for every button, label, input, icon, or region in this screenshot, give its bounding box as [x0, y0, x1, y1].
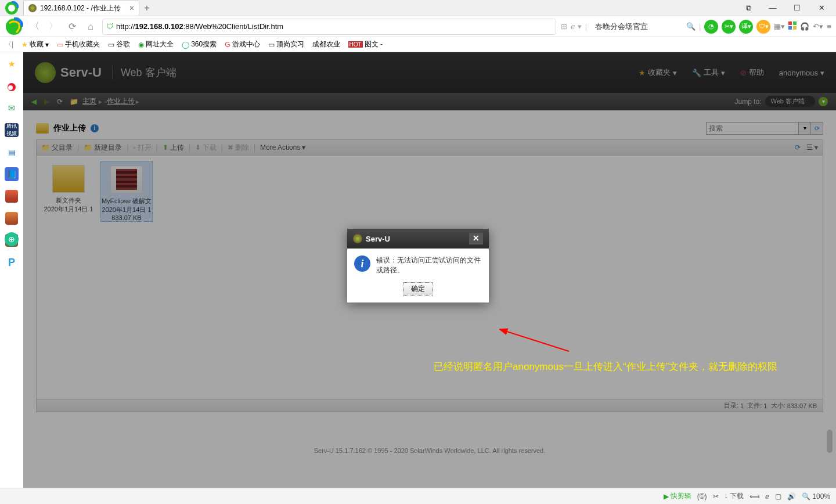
- status-clip[interactable]: ▶ 快剪辑: [664, 491, 691, 501]
- sb-star-icon[interactable]: ★: [5, 57, 19, 71]
- close-window-button[interactable]: ✕: [812, 3, 831, 12]
- status-zoom[interactable]: 🔍 100%: [802, 492, 830, 501]
- sb-p-icon[interactable]: P: [5, 255, 19, 269]
- sb-app2-icon[interactable]: 📘: [5, 167, 19, 181]
- search-icon[interactable]: 🔍: [686, 22, 696, 31]
- dialog-titlebar[interactable]: Serv-U ✕: [347, 229, 489, 249]
- svg-rect-6: [793, 26, 797, 30]
- forward-button[interactable]: 〉: [46, 20, 60, 34]
- status-sound-icon[interactable]: 🔊: [787, 492, 796, 501]
- annotation-arrow: [499, 325, 575, 360]
- back-button[interactable]: 〈: [28, 20, 42, 34]
- qr-icon[interactable]: ⊞: [561, 22, 567, 31]
- minimize-button[interactable]: —: [763, 3, 783, 12]
- bm-expand-left[interactable]: 〈|: [5, 39, 13, 49]
- undo-icon[interactable]: ↶▾: [813, 22, 823, 31]
- translate-icon[interactable]: 译▾: [739, 20, 753, 34]
- bm-chengdu[interactable]: 成都农业: [312, 39, 340, 49]
- url-prefix: http://: [116, 22, 135, 31]
- home-button[interactable]: ⌂: [84, 20, 98, 34]
- browser-e-icon[interactable]: ℯ ▾: [571, 22, 582, 31]
- svg-rect-3: [788, 21, 792, 25]
- tab-close-icon[interactable]: ×: [129, 3, 134, 13]
- menu-icon[interactable]: ≡: [827, 22, 831, 31]
- bm-mobile[interactable]: ▭手机收藏夹: [57, 39, 100, 49]
- left-sidebar: ★ ✉ 腾讯视频 ▤ 📘 P ⊕: [0, 52, 23, 269]
- dialog-info-icon: i: [354, 255, 370, 272]
- browser-status-bar: ▶ 快剪辑 (©) ✂ ↓ 下载 ⟽ ℯ ▢ 🔊 🔍 100%: [0, 488, 836, 504]
- sb-game2-icon[interactable]: [5, 211, 19, 225]
- new-tab-button[interactable]: +: [139, 3, 154, 13]
- tab-bar: 192.168.0.102 - /作业上传 × + ⧉ — ☐ ✕: [0, 0, 836, 16]
- tab-favicon: [28, 4, 37, 12]
- browser-logo-large: [5, 17, 23, 36]
- browser-logo: [0, 1, 23, 15]
- reload-button[interactable]: ⟳: [65, 20, 79, 34]
- sb-doc-icon[interactable]: ▤: [5, 145, 19, 159]
- status-download[interactable]: ↓ 下载: [725, 491, 744, 501]
- bm-games[interactable]: G游戏中心: [225, 39, 260, 49]
- tab-title: 192.168.0.102 - /作业上传: [40, 3, 121, 13]
- dialog-close-button[interactable]: ✕: [469, 233, 483, 244]
- browser-tab[interactable]: 192.168.0.102 - /作业上传 ×: [23, 1, 139, 16]
- status-e-icon[interactable]: ℯ: [765, 492, 769, 501]
- dialog-ok-button[interactable]: 确定: [403, 282, 433, 296]
- dialog-message: 错误：无法访问正尝试访问的文件或路径。: [376, 255, 482, 275]
- news-headline[interactable]: 春晚分会场官宣: [590, 21, 683, 32]
- dialog-icon: [353, 234, 362, 243]
- bm-tuwen[interactable]: HOT图文 -: [348, 39, 383, 49]
- shield-ext-icon[interactable]: 🛡▾: [756, 20, 770, 34]
- status-block-icon[interactable]: ✂: [713, 492, 719, 501]
- annotation-text: 已经说明匿名用户anonymous一旦上传进入“作业上传”文件夹，就无删除的权限: [434, 360, 777, 373]
- svg-rect-4: [793, 21, 797, 25]
- scissors-icon[interactable]: ✂▾: [722, 20, 736, 34]
- scrollbar[interactable]: [827, 430, 833, 453]
- dialog-title: Serv-U: [366, 235, 390, 243]
- svg-point-1: [8, 5, 15, 12]
- headphones-icon[interactable]: 🎧: [800, 22, 809, 31]
- window-controls: ⧉ — ☐ ✕: [738, 3, 836, 13]
- bm-360search[interactable]: ◯360搜索: [182, 39, 217, 49]
- bm-intern[interactable]: ▭顶岗实习: [268, 39, 304, 49]
- extension-icon[interactable]: ⧉: [738, 3, 758, 13]
- status-window-icon[interactable]: ▢: [775, 492, 781, 501]
- sb-plus-icon[interactable]: ⊕: [5, 232, 19, 246]
- sb-app1-icon[interactable]: 腾讯视频: [5, 123, 19, 137]
- maximize-button[interactable]: ☐: [787, 3, 807, 12]
- bm-sites[interactable]: ◉网址大全: [138, 39, 174, 49]
- screenshot-icon[interactable]: ▦▾: [774, 22, 785, 31]
- error-dialog: Serv-U ✕ i 错误：无法访问正尝试访问的文件或路径。 确定: [347, 229, 489, 303]
- url-rest: :88/Web%20Client/ListDir.htm: [183, 22, 283, 31]
- bm-google[interactable]: ▭谷歌: [108, 39, 130, 49]
- address-bar: 〈 〉 ⟳ ⌂ 🛡 http://192.168.0.102:88/Web%20…: [0, 16, 836, 37]
- ext-green-icon[interactable]: ◔: [704, 20, 718, 34]
- svg-point-8: [8, 85, 13, 90]
- svg-rect-5: [788, 26, 792, 30]
- sb-mail-icon[interactable]: ✉: [5, 101, 19, 115]
- url-host: 192.168.0.102: [135, 22, 183, 31]
- shield-icon: 🛡: [106, 22, 114, 31]
- status-capture-icon[interactable]: (©): [697, 492, 707, 501]
- bookmarks-bar: 〈| ★收藏 ▾ ▭手机收藏夹 ▭谷歌 ◉网址大全 ◯360搜索 G游戏中心 ▭…: [0, 37, 836, 52]
- sb-weibo-icon[interactable]: [5, 79, 19, 93]
- sb-game1-icon[interactable]: [5, 189, 19, 203]
- status-flag-icon[interactable]: ⟽: [749, 492, 759, 501]
- svg-line-9: [505, 331, 569, 351]
- url-input[interactable]: 🛡 http://192.168.0.102:88/Web%20Client/L…: [102, 19, 556, 35]
- bm-favorites[interactable]: ★收藏 ▾: [21, 39, 49, 49]
- apps-icon[interactable]: [788, 21, 797, 31]
